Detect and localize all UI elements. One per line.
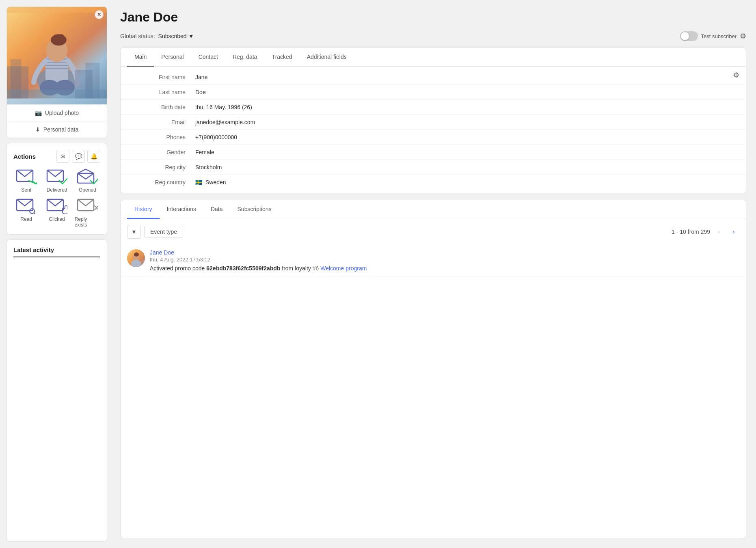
history-tab-interactions[interactable]: Interactions (160, 200, 203, 219)
profile-name: Jane Doe (120, 10, 178, 25)
camera-icon: 📷 (35, 110, 42, 116)
history-card: History Interactions Data Subscriptions … (120, 200, 746, 538)
reply-icon (77, 198, 98, 214)
entry-content: Jane Doe thu, 4 Aug. 2022 17:53:12 Activ… (150, 249, 739, 272)
chevron-right-icon: › (732, 228, 734, 235)
chevron-down-icon: ▼ (188, 33, 194, 39)
tab-personal[interactable]: Personal (154, 48, 191, 67)
tab-contact[interactable]: Contact (191, 48, 225, 67)
reply-action-item[interactable]: Reply exists (75, 198, 100, 228)
chat-icon: 💬 (75, 153, 82, 160)
field-value-gender: Female (195, 149, 214, 155)
sent-action-item[interactable]: Sent (13, 168, 39, 193)
close-icon: ✕ (97, 12, 101, 17)
read-action-item[interactable]: Read (13, 198, 39, 228)
svg-rect-16 (7, 89, 107, 98)
pagination: 1 - 10 from 299 ‹ › (672, 226, 739, 237)
field-value-regcountry: 🇸🇪 Sweden (195, 179, 226, 186)
close-photo-button[interactable]: ✕ (95, 10, 104, 19)
clicked-action-item[interactable]: Clicked (44, 198, 69, 228)
entry-author[interactable]: Jane Doe (150, 249, 739, 256)
upload-photo-button[interactable]: 📷 Upload photo (7, 104, 107, 121)
test-subscriber-toggle[interactable] (680, 31, 698, 41)
event-type-filter[interactable]: Event type (144, 226, 183, 238)
fields-table: ⚙ First name Jane Last name Doe Birth da… (121, 67, 746, 193)
silhouette-svg (7, 7, 107, 104)
filter-row: ▼ Event type 1 - 10 from 299 ‹ › (121, 219, 746, 244)
promo-code: 62ebdb783f62fc5509f2abdb (206, 265, 280, 272)
field-value-phones: +7(900)0000000 (195, 134, 237, 140)
bell-icon: 🔔 (91, 153, 97, 160)
loyalty-link[interactable]: Welcome program (320, 265, 367, 272)
reply-label: Reply exists (75, 216, 100, 228)
field-row-email: Email janedoe@example.com (121, 115, 746, 130)
sweden-flag-icon: 🇸🇪 (195, 179, 202, 186)
settings-gear-icon[interactable]: ⚙ (740, 32, 746, 41)
latest-activity-title: Latest activity (13, 246, 100, 257)
field-value-lastname: Doe (195, 89, 206, 95)
filter-button[interactable]: ▼ (127, 225, 141, 239)
email-icon: ✉ (60, 153, 65, 160)
pagination-next-button[interactable]: › (728, 226, 739, 237)
notification-action-button[interactable]: 🔔 (87, 150, 100, 163)
tabs-bar: Main Personal Contact Reg. data Tracked … (121, 48, 746, 67)
pagination-prev-button[interactable]: ‹ (713, 226, 725, 237)
delivered-label: Delivered (47, 187, 67, 193)
svg-rect-6 (45, 68, 68, 69)
status-badge[interactable]: Subscribed ▼ (158, 33, 194, 39)
history-tabs: History Interactions Data Subscriptions (121, 200, 746, 219)
opened-action-item[interactable]: Opened (75, 168, 100, 193)
field-label-regcity: Reg city (130, 164, 195, 170)
personal-data-label: Personal data (43, 126, 78, 133)
loyalty-hash: #6 (313, 265, 319, 272)
svg-point-30 (131, 260, 141, 267)
tab-main[interactable]: Main (127, 48, 154, 67)
tab-reg-data[interactable]: Reg. data (225, 48, 265, 67)
main-content: Jane Doe Global status: Subscribed ▼ Tes… (114, 0, 756, 548)
clicked-label: Clicked (49, 216, 65, 222)
field-label-regcountry: Reg country (130, 179, 195, 186)
entry-text-before: Activated promo code (150, 265, 206, 272)
tab-additional-fields[interactable]: Additional fields (300, 48, 354, 67)
history-tab-history[interactable]: History (127, 200, 160, 219)
download-icon: ⬇ (35, 126, 40, 133)
field-label-firstname: First name (130, 74, 195, 80)
personal-data-button[interactable]: ⬇ Personal data (7, 121, 107, 138)
history-entry: Jane Doe thu, 4 Aug. 2022 17:53:12 Activ… (121, 244, 746, 277)
actions-icon-group: ✉ 💬 🔔 (56, 150, 100, 163)
profile-header: Jane Doe (120, 10, 746, 25)
entry-text: Activated promo code 62ebdb783f62fc5509f… (150, 265, 739, 272)
field-label-birthdate: Birth date (130, 104, 195, 110)
email-actions-grid: Sent Delivered Opened (13, 168, 100, 228)
field-label-email: Email (130, 119, 195, 125)
profile-photo (7, 7, 107, 104)
field-label-gender: Gender (130, 149, 195, 155)
actions-title: Actions (13, 153, 36, 160)
filter-left: ▼ Event type (127, 225, 183, 239)
email-action-button[interactable]: ✉ (56, 150, 69, 163)
tab-tracked[interactable]: Tracked (265, 48, 300, 67)
history-tab-data[interactable]: Data (203, 200, 230, 219)
field-value-firstname: Jane (195, 74, 207, 80)
sidebar: ✕ 📷 Upload photo ⬇ Personal data Actions… (0, 0, 114, 548)
actions-header: Actions ✉ 💬 🔔 (13, 150, 100, 163)
photo-wrapper: ✕ (7, 7, 107, 104)
field-value-email: janedoe@example.com (195, 119, 255, 125)
latest-activity-card: Latest activity (6, 239, 107, 542)
event-type-label: Event type (150, 229, 177, 235)
photo-card: ✕ 📷 Upload photo ⬇ Personal data (6, 6, 107, 138)
pagination-range: 1 - 10 from 299 (672, 229, 710, 235)
entry-time: thu, 4 Aug. 2022 17:53:12 (150, 257, 739, 263)
read-icon (16, 198, 37, 214)
history-tab-subscriptions[interactable]: Subscriptions (230, 200, 279, 219)
delivered-action-item[interactable]: Delivered (44, 168, 69, 193)
field-row-phones: Phones +7(900)0000000 (121, 130, 746, 145)
svg-rect-5 (45, 65, 68, 66)
clicked-icon (46, 198, 67, 214)
svg-point-29 (134, 252, 139, 257)
status-row: Global status: Subscribed ▼ Test subscri… (120, 31, 746, 41)
field-row-gender: Gender Female (121, 145, 746, 160)
field-row-birthdate: Birth date thu, 16 May. 1996 (26) (121, 100, 746, 115)
chat-action-button[interactable]: 💬 (72, 150, 85, 163)
fields-settings-icon[interactable]: ⚙ (733, 71, 739, 80)
